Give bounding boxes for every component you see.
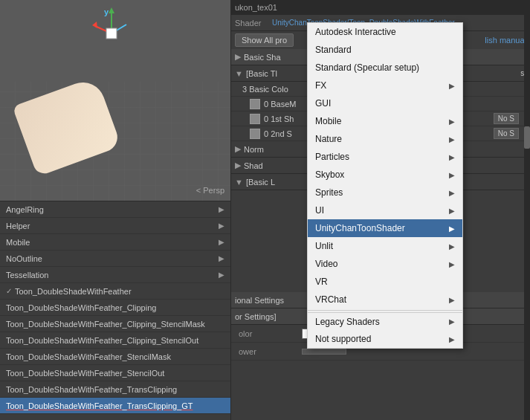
menu-item-label: Not supported — [315, 334, 371, 344]
no-label-2: No S — [494, 128, 519, 139]
menu-item[interactable]: Legacy Shaders▶ — [308, 312, 462, 330]
viewport-panel: y < Persp — [0, 0, 230, 201]
list-item[interactable]: Toon_DoubleShadeWithFeather_TransClippin… — [0, 381, 230, 398]
menu-item-arrow: ▶ — [449, 260, 455, 268]
list-item-label: Mobile — [6, 238, 30, 247]
menu-item-arrow: ▶ — [449, 117, 455, 126]
menu-item-arrow: ▶ — [449, 207, 455, 215]
shader-dropdown-menu: Autodesk InteractiveStandardStandard (Sp… — [307, 22, 463, 349]
list-item-label: Toon_DoubleShadeWithFeather — [15, 287, 132, 296]
color-label-1: 0 BaseM — [264, 100, 296, 109]
section-arrow: ▶ — [235, 52, 241, 62]
list-item-label: NoOutline — [6, 254, 42, 263]
menu-item-arrow: ▶ — [449, 335, 455, 343]
menu-item[interactable]: Autodesk Interactive — [308, 23, 462, 41]
shader-list-panel: AngelRing▶Helper▶Mobile▶NoOutline▶Tessel… — [0, 201, 230, 420]
scrollbar-thumb — [524, 126, 530, 149]
top-bar: ukon_tex01 — [231, 0, 530, 15]
svg-rect-5 — [106, 28, 117, 39]
list-item[interactable]: NoOutline▶ — [0, 251, 230, 267]
menu-item-label: GUI — [315, 98, 331, 109]
svg-marker-1 — [109, 7, 114, 13]
top-bar-title: ukon_tex01 — [235, 3, 277, 12]
basic-tl-label: [Basic Tl — [246, 69, 277, 78]
menu-item-arrow: ▶ — [449, 153, 455, 161]
menu-item[interactable]: Standard (Specular setup) — [308, 59, 462, 77]
list-item[interactable]: Tessellation▶ — [0, 267, 230, 283]
list-item-label: Toon_DoubleShadeWithFeather_Clipping_Ste… — [6, 336, 198, 345]
menu-item[interactable]: Sprites▶ — [308, 184, 462, 201]
list-item[interactable]: Toon_DoubleShadeWithFeather_TransClippin… — [0, 398, 230, 414]
show-all-button[interactable]: Show All pro — [235, 33, 294, 47]
list-item-label: Toon_DoubleShadeWithFeather_TransClippin… — [6, 401, 193, 410]
menu-item[interactable]: Skybox▶ — [308, 166, 462, 184]
list-item[interactable]: Toon_DoubleShadeWithFeather_Clipping — [0, 300, 230, 316]
menu-item[interactable]: UI▶ — [308, 201, 462, 219]
scrollbar[interactable] — [524, 0, 530, 420]
list-item[interactable]: AngelRing▶ — [0, 201, 230, 218]
list-item[interactable]: Mobile▶ — [0, 234, 230, 251]
menu-item[interactable]: Not supported▶ — [308, 330, 462, 348]
colors-count: 3 Basic Colo — [242, 85, 288, 94]
no-label-1: No S — [494, 113, 519, 124]
basic-l-label: [Basic L — [246, 178, 275, 187]
menu-item[interactable]: VRChat▶ — [308, 291, 462, 308]
color-dot-1 — [250, 99, 260, 109]
menu-item[interactable]: Mobile▶ — [308, 112, 462, 130]
section-arrow3: ▶ — [235, 144, 241, 154]
svg-marker-3 — [92, 22, 97, 28]
ional-settings-label: ional Settings — [235, 296, 284, 305]
shade-label: Shad — [244, 161, 263, 170]
norm-label: Norm — [244, 145, 264, 154]
list-item-label: AngelRing — [6, 205, 44, 214]
basic-sha-label: Basic Sha — [244, 53, 281, 62]
menu-item[interactable]: GUI — [308, 94, 462, 112]
shader-label: Shader — [235, 19, 268, 28]
menu-item-arrow: ▶ — [449, 82, 455, 90]
list-item[interactable]: Toon_DoubleShadeWithFeather — [0, 283, 230, 300]
color-dot-2 — [250, 114, 260, 124]
menu-item[interactable]: Unlit▶ — [308, 237, 462, 255]
section-arrow4: ▶ — [235, 161, 241, 170]
menu-item[interactable]: UnityChanToonShader▶ — [308, 219, 462, 237]
menu-item-label: Nature — [315, 134, 342, 144]
list-item-arrow: ▶ — [219, 205, 224, 213]
list-item[interactable]: Toon_DoubleShadeWithFeather_StencilMask — [0, 349, 230, 365]
color-label-3: 0 2nd S — [264, 129, 292, 138]
list-item-label: Toon_DoubleShadeWithFeather_TransClippin… — [6, 385, 177, 394]
list-item-label: Toon_DoubleShadeWithFeather_StencilOut — [6, 369, 164, 378]
menu-item-label: Standard — [315, 45, 352, 55]
list-item[interactable]: Toon_DoubleShadeWithFeather_Clipping_Ste… — [0, 332, 230, 349]
section-arrow2: ▼ — [235, 69, 243, 78]
menu-item-label: Skybox — [315, 169, 344, 180]
menu-item[interactable]: Video▶ — [308, 255, 462, 273]
menu-item-arrow: ▶ — [449, 296, 455, 304]
menu-item-label: Video — [315, 259, 337, 269]
menu-item[interactable]: FX▶ — [308, 77, 462, 94]
menu-item-label: UnityChanToonShader — [315, 223, 405, 233]
list-item[interactable]: Toon_DoubleShadeWithFeather_Clipping_Ste… — [0, 316, 230, 332]
color-dot-3 — [250, 129, 260, 139]
menu-item-arrow: ▶ — [449, 171, 455, 179]
menu-item-label: FX — [315, 80, 326, 91]
slider-bar[interactable] — [302, 349, 346, 355]
list-item[interactable]: Toon_DoubleShadeWithFeather_StencilOut — [0, 365, 230, 381]
menu-item-label: UI — [315, 205, 324, 216]
menu-item[interactable]: VR — [308, 273, 462, 291]
menu-item-label: VRChat — [315, 294, 346, 305]
menu-item-label: VR — [315, 277, 328, 287]
list-item-arrow: ▶ — [219, 238, 224, 246]
lower-setting-label: ower — [239, 347, 298, 356]
menu-item-arrow: ▶ — [449, 135, 455, 143]
publish-manual-link[interactable]: lish manual — [485, 36, 526, 45]
menu-item[interactable]: Nature▶ — [308, 130, 462, 148]
menu-item-label: Particles — [315, 152, 349, 162]
persp-label: < Persp — [196, 186, 224, 195]
menu-item[interactable]: Standard — [308, 41, 462, 59]
section-arrow5: ▼ — [235, 178, 243, 187]
menu-item-label: Mobile — [315, 116, 341, 126]
list-item-label: Toon_DoubleShadeWithFeather_StencilMask — [6, 352, 171, 361]
menu-item[interactable]: Particles▶ — [308, 148, 462, 166]
list-item[interactable]: Helper▶ — [0, 218, 230, 234]
or-settings-label: or Settings] — [235, 312, 277, 321]
